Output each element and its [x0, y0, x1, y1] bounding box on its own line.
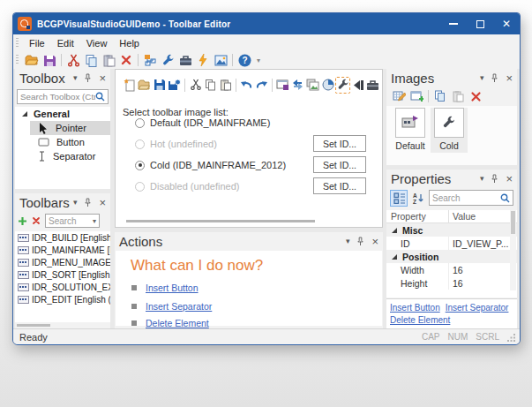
set-id-button-disabled[interactable]: Set ID...: [313, 177, 366, 194]
radio-cold[interactable]: Cold (IDB_MAINFRAME_2012): [135, 158, 286, 172]
copy-image-button[interactable]: [431, 88, 449, 104]
toolbox-close-icon[interactable]: ×: [99, 72, 106, 84]
images-close-icon[interactable]: ×: [506, 72, 513, 84]
wrench-button[interactable]: [159, 52, 176, 68]
radio-disabled[interactable]: Disabled (undefined): [135, 179, 240, 193]
insert-separator-link[interactable]: Insert Separator: [146, 301, 212, 312]
swap-arrows-button[interactable]: [290, 77, 305, 94]
copy-button[interactable]: [203, 77, 218, 94]
maximize-button[interactable]: [467, 13, 493, 34]
set-id-button-hot[interactable]: Set ID...: [313, 135, 366, 152]
toolbars-pin-icon[interactable]: [84, 198, 92, 207]
images-menu-icon[interactable]: ▾: [480, 74, 484, 82]
paste-button[interactable]: [218, 77, 233, 94]
image-tile-default[interactable]: Default: [392, 108, 429, 151]
toolbox-button[interactable]: [176, 52, 194, 68]
resize-grip-icon[interactable]: [507, 333, 516, 342]
toolbox-menu-icon[interactable]: ▾: [73, 74, 78, 82]
wrench-button[interactable]: [335, 77, 350, 94]
property-value[interactable]: 16: [448, 276, 517, 290]
pie-button[interactable]: [320, 77, 335, 94]
insert-button-link[interactable]: Insert Button: [146, 283, 199, 293]
toolbox-item-separator[interactable]: Separator: [15, 149, 110, 163]
property-value[interactable]: ID_VIEW_P...: [448, 237, 517, 250]
group-row-misc[interactable]: Misc: [386, 223, 517, 237]
new-button[interactable]: [122, 77, 137, 94]
title-bar[interactable]: BCGPVisualStudioGUIDemo - Toolbar Editor…: [13, 13, 520, 34]
delete-toolbar-icon[interactable]: [32, 216, 41, 225]
toolbar-grip[interactable]: [16, 55, 19, 65]
images-pin-icon[interactable]: [491, 73, 498, 83]
undo-button[interactable]: [239, 77, 254, 94]
actions-pin-icon[interactable]: [356, 237, 364, 246]
help-button[interactable]: ?: [236, 52, 253, 68]
image-list-button[interactable]: [305, 77, 320, 94]
toolbox-search-input[interactable]: Search Toolbox (Ctrl...: [17, 89, 109, 104]
menu-grip[interactable]: [16, 38, 19, 49]
save-button[interactable]: [152, 77, 167, 94]
menu-file[interactable]: File: [23, 34, 51, 51]
paste-button[interactable]: [100, 52, 117, 68]
categorized-button[interactable]: [390, 190, 408, 207]
insert-button-link[interactable]: Insert Button: [390, 303, 440, 313]
open-button[interactable]: [137, 77, 152, 94]
toolbar-overflow-button[interactable]: ▾: [253, 52, 264, 68]
cut-button[interactable]: [64, 52, 82, 68]
action-insert-button[interactable]: Insert Button: [131, 283, 199, 293]
delete-element-link[interactable]: Delete Element: [390, 315, 450, 325]
action-insert-separator[interactable]: Insert Separator: [131, 301, 212, 312]
toolbars-list-item[interactable]: IDR_EDIT [English (Unit: [15, 293, 110, 305]
image-button[interactable]: [212, 52, 229, 68]
export-image-button[interactable]: [408, 88, 425, 104]
property-value[interactable]: 16: [448, 263, 517, 276]
toolbars-list-item[interactable]: IDR_BUILD [English (Un: [15, 231, 110, 244]
save-button[interactable]: [41, 52, 58, 68]
property-row-width[interactable]: Width 16: [386, 263, 517, 276]
customize-button[interactable]: [141, 52, 159, 68]
cut-button[interactable]: [188, 77, 203, 94]
radio-default[interactable]: Default (IDR_MAINFRAME): [135, 116, 270, 130]
actions-close-icon[interactable]: ×: [371, 236, 378, 247]
redo-button[interactable]: [254, 77, 269, 94]
scrollbar-thumb[interactable]: [17, 324, 50, 327]
radio-hot[interactable]: Hot (undefined): [135, 137, 217, 151]
save-as-button[interactable]: [167, 77, 182, 94]
toolbox-pin-icon[interactable]: [84, 73, 92, 83]
properties-search-input[interactable]: Search: [429, 190, 513, 206]
actions-menu-icon[interactable]: ▾: [346, 237, 350, 245]
minimize-button[interactable]: [440, 13, 467, 34]
group-row-position[interactable]: Position: [386, 250, 517, 263]
menu-help[interactable]: Help: [113, 34, 146, 51]
edit-image-button[interactable]: [390, 88, 408, 104]
capture-button[interactable]: [350, 77, 365, 94]
action-delete-element[interactable]: Delete Element: [131, 318, 209, 328]
scrollbar-thumb[interactable]: [511, 211, 515, 234]
close-button[interactable]: ✕: [493, 13, 520, 34]
toolbox-item-pointer[interactable]: Pointer: [15, 121, 110, 135]
image-tile-cold[interactable]: Cold: [431, 108, 468, 153]
menu-edit[interactable]: Edit: [51, 34, 80, 51]
set-id-button-cold[interactable]: Set ID...: [313, 156, 366, 173]
set-id-button[interactable]: [275, 77, 290, 94]
toolbars-list-item[interactable]: IDR_MENU_IMAGES [E: [15, 256, 110, 268]
open-button[interactable]: [23, 52, 41, 68]
properties-menu-icon[interactable]: ▾: [480, 175, 484, 183]
delete-image-button[interactable]: [467, 88, 484, 104]
copy-button[interactable]: [82, 52, 100, 68]
lightning-button[interactable]: [194, 52, 212, 68]
property-row-height[interactable]: Height 16: [386, 276, 517, 290]
property-row-id[interactable]: ID ID_VIEW_P...: [386, 237, 517, 250]
insert-separator-link[interactable]: Insert Separator: [446, 303, 509, 313]
toolbox-group-general[interactable]: General: [15, 107, 110, 121]
toolbox-button[interactable]: [365, 77, 380, 94]
menu-view[interactable]: View: [80, 34, 114, 51]
properties-close-icon[interactable]: ×: [506, 173, 513, 185]
properties-pin-icon[interactable]: [491, 174, 498, 184]
toolbars-list-item[interactable]: IDR_SOLUTION_EXPLO: [15, 281, 110, 293]
editor-hscrollbar[interactable]: [126, 220, 315, 222]
column-value[interactable]: Value: [448, 210, 517, 222]
delete-button[interactable]: [117, 52, 135, 68]
toolbars-search-combo[interactable]: Search ▾: [45, 214, 100, 228]
sort-az-button[interactable]: AZ: [409, 190, 427, 207]
properties-vscrollbar[interactable]: [510, 210, 516, 290]
